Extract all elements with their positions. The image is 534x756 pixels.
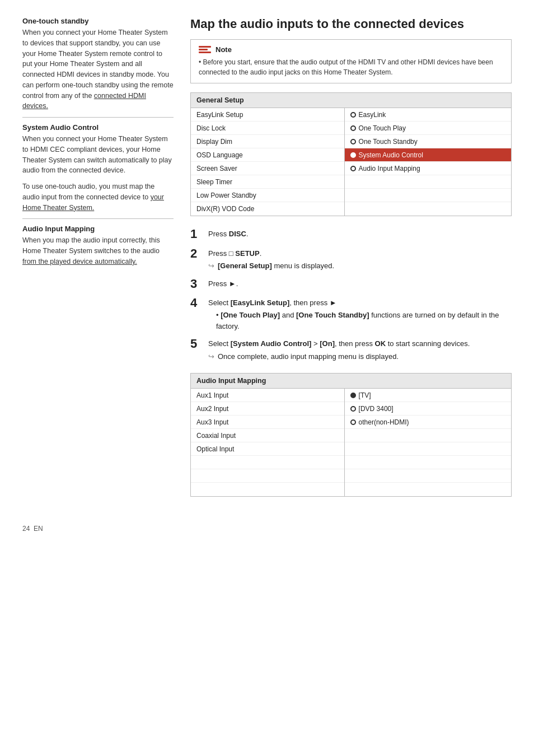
aux1-input-row: Aux1 Input bbox=[191, 389, 344, 402]
step-1-number: 1 bbox=[190, 227, 203, 241]
step-5-sub: ↪ Once complete, audio input mapping men… bbox=[208, 351, 512, 362]
label-audio-mapping: Audio Input Mapping bbox=[359, 165, 420, 172]
divider-2 bbox=[22, 218, 174, 219]
empty-row-3 bbox=[191, 483, 344, 496]
arrow-sym-2: ↪ bbox=[208, 260, 214, 272]
setup-key: □ SETUP bbox=[229, 249, 260, 258]
general-setup-right-col: EasyLink One Touch Play One Touch Standb… bbox=[345, 108, 511, 216]
setup-row-divx: DivX(R) VOD Code bbox=[191, 202, 344, 216]
audio-right-empty-4 bbox=[345, 469, 511, 483]
setup-right-easylink: EasyLink bbox=[345, 108, 511, 122]
step-4-bullet: [One Touch Play] and [One Touch Standby]… bbox=[216, 310, 512, 332]
step-5-content: Select [System Audio Control] > [On], th… bbox=[208, 337, 512, 362]
bullet-icon-system-audio bbox=[350, 152, 356, 158]
section-body-one-touch-standby: When you connect your Home Theater Syste… bbox=[22, 27, 174, 111]
bullet-icon-dvd bbox=[350, 406, 356, 412]
page-heading: Map the audio inputs to the connected de… bbox=[190, 17, 512, 31]
bullet-icon-other bbox=[350, 419, 356, 425]
general-setup-body: EasyLink Setup Disc Lock Display Dim OSD… bbox=[191, 108, 511, 216]
empty-row-1 bbox=[191, 456, 344, 469]
bullet-icon-one-touch-play bbox=[350, 125, 356, 131]
note-bullet: • bbox=[199, 58, 201, 66]
setup-row-sleep-timer: Sleep Timer bbox=[191, 175, 344, 189]
step-2-number: 2 bbox=[190, 247, 203, 272]
general-setup-header: General Setup bbox=[191, 93, 511, 108]
section-body-system-audio-1: When you connect your Home Theater Syste… bbox=[22, 134, 174, 176]
coaxial-input-row: Coaxial Input bbox=[191, 429, 344, 442]
section-audio-input-mapping: Audio Input Mapping When you map the aud… bbox=[22, 225, 174, 267]
disc-key: DISC bbox=[229, 230, 246, 238]
setup-right-empty-2 bbox=[345, 189, 511, 202]
step-4-content: Select [EasyLink Setup], then press ► [O… bbox=[208, 296, 512, 332]
section-system-audio-control: System Audio Control When you connect yo… bbox=[22, 123, 174, 213]
setup-right-one-touch-standby: One Touch Standby bbox=[345, 135, 511, 148]
bullet-icon-easylink bbox=[350, 112, 356, 118]
bullet-icon-audio-mapping bbox=[350, 166, 356, 171]
audio-right-tv: [TV] bbox=[345, 389, 511, 402]
note-header: Note bbox=[199, 45, 503, 54]
note-box: Note • Before you start, ensure that the… bbox=[190, 39, 512, 83]
label-tv: [TV] bbox=[359, 391, 371, 399]
bullet-icon-one-touch-standby bbox=[350, 139, 356, 144]
setup-row-screen-saver: Screen Saver bbox=[191, 162, 344, 175]
note-content: Before you start, ensure that the audio … bbox=[199, 58, 493, 76]
audio-right-empty-2 bbox=[345, 442, 511, 456]
setup-row-low-power: Low Power Standby bbox=[191, 189, 344, 202]
note-label: Note bbox=[216, 45, 232, 54]
setup-right-system-audio: System Audio Control bbox=[345, 148, 511, 162]
aux3-input-row: Aux3 Input bbox=[191, 416, 344, 429]
general-setup-table: General Setup EasyLink Setup Disc Lock D… bbox=[190, 92, 512, 216]
setup-right-audio-mapping: Audio Input Mapping bbox=[345, 162, 511, 175]
label-other: other(non-HDMI) bbox=[359, 418, 409, 426]
section-body-system-audio-2: To use one-touch audio, you must map the… bbox=[22, 181, 174, 213]
bullet-icon-tv bbox=[350, 393, 356, 398]
aux2-input-row: Aux2 Input bbox=[191, 402, 344, 416]
step-4-number: 4 bbox=[190, 296, 203, 332]
note-text: • Before you start, ensure that the audi… bbox=[199, 57, 503, 77]
audio-mapping-left-col: Aux1 Input Aux2 Input Aux3 Input Coaxial… bbox=[191, 389, 345, 496]
step-2-content: Press □ SETUP. ↪ [General Setup] menu is… bbox=[208, 247, 512, 272]
general-setup-left-col: EasyLink Setup Disc Lock Display Dim OSD… bbox=[191, 108, 345, 216]
audio-right-empty-5 bbox=[345, 483, 511, 496]
setup-right-one-touch-play: One Touch Play bbox=[345, 122, 511, 135]
step-1-content: Press DISC. bbox=[208, 227, 512, 241]
setup-row-disc-lock: Disc Lock bbox=[191, 122, 344, 135]
setup-row-easylink-setup: EasyLink Setup bbox=[191, 108, 344, 122]
audio-right-empty-1 bbox=[345, 429, 511, 442]
optical-input-row: Optical Input bbox=[191, 442, 344, 456]
section-body-audio-input: When you map the audio input correctly, … bbox=[22, 235, 174, 267]
section-title-one-touch-standby: One-touch standby bbox=[22, 17, 174, 25]
setup-right-empty-1 bbox=[345, 175, 511, 189]
step-1: 1 Press DISC. bbox=[190, 227, 512, 241]
arrow-sym-5: ↪ bbox=[208, 351, 214, 362]
page-container: One-touch standby When you connect your … bbox=[22, 17, 512, 508]
setup-row-display-dim: Display Dim bbox=[191, 135, 344, 148]
note-icon bbox=[199, 46, 211, 53]
audio-right-dvd: [DVD 3400] bbox=[345, 402, 511, 416]
empty-row-2 bbox=[191, 469, 344, 483]
section-title-audio-input: Audio Input Mapping bbox=[22, 225, 174, 233]
step-2-sub: ↪ [General Setup] menu is displayed. bbox=[208, 260, 512, 272]
step-2: 2 Press □ SETUP. ↪ [General Setup] menu … bbox=[190, 247, 512, 272]
page-footer: 24 EN bbox=[22, 525, 512, 533]
setup-row-osd-language: OSD Language bbox=[191, 148, 344, 162]
page-number: 24 bbox=[22, 525, 30, 533]
section-one-touch-standby: One-touch standby When you connect your … bbox=[22, 17, 174, 111]
audio-right-other: other(non-HDMI) bbox=[345, 416, 511, 429]
step-3-number: 3 bbox=[190, 277, 203, 291]
steps-list: 1 Press DISC. 2 Press □ SETUP. ↪ [Genera… bbox=[190, 227, 512, 362]
label-easylink: EasyLink bbox=[359, 111, 386, 119]
label-system-audio: System Audio Control bbox=[359, 151, 423, 159]
label-dvd: [DVD 3400] bbox=[359, 405, 394, 413]
label-one-touch-standby: One Touch Standby bbox=[359, 138, 418, 146]
audio-mapping-body: Aux1 Input Aux2 Input Aux3 Input Coaxial… bbox=[191, 389, 511, 496]
label-one-touch-play: One Touch Play bbox=[359, 124, 406, 132]
divider-1 bbox=[22, 117, 174, 118]
step-4: 4 Select [EasyLink Setup], then press ► … bbox=[190, 296, 512, 332]
step-5-sub-text: Once complete, audio input mapping menu … bbox=[218, 351, 399, 362]
audio-mapping-header: Audio Input Mapping bbox=[191, 374, 511, 389]
audio-right-empty-3 bbox=[345, 456, 511, 469]
left-column: One-touch standby When you connect your … bbox=[22, 17, 174, 508]
lang-label: EN bbox=[34, 525, 43, 533]
right-column: Map the audio inputs to the connected de… bbox=[190, 17, 512, 508]
